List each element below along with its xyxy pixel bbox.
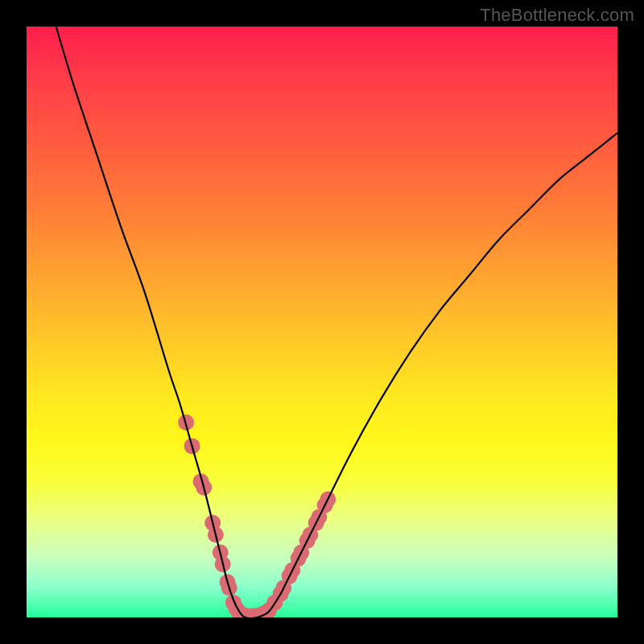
chart-background xyxy=(27,27,617,617)
watermark-text: TheBottleneck.com xyxy=(480,5,634,26)
